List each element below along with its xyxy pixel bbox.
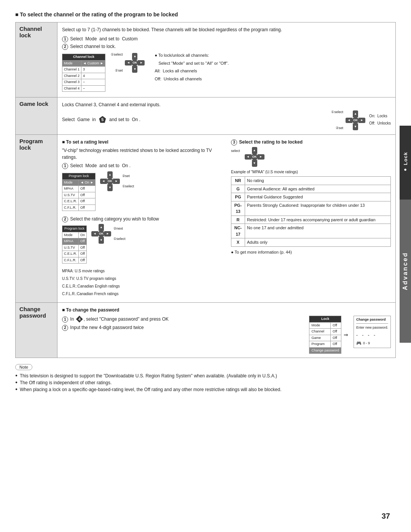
channel-lock-ui-table: Channel lock Mode◄ Custom ► Channel 13 C… bbox=[62, 54, 105, 92]
game-dpad-left: ◄ bbox=[346, 118, 352, 123]
note-items: This television is designed to support t… bbox=[15, 373, 377, 392]
game-lock-visual: Select Game in 5 and set to On . ①select… bbox=[62, 110, 391, 131]
prog1-dpad-left: ◄ bbox=[100, 179, 107, 184]
change-password-content: ■ To change the password 1 In 4, select … bbox=[57, 303, 396, 358]
game-select-annotation: ①select bbox=[331, 110, 343, 115]
game-lock-content: Locks Channel 3, Channel 4 and external … bbox=[57, 97, 396, 135]
prog1-set-ann: ②set bbox=[122, 174, 134, 179]
notes-section: Note This television is designed to supp… bbox=[15, 364, 377, 392]
page-number: 37 bbox=[382, 512, 390, 521]
rating-desc-g: General Audience: All ages admitted bbox=[245, 185, 391, 193]
lock-menu-table: Lock ModeOff ChannelOff GameOff ProgramO… bbox=[309, 316, 341, 354]
change-pw-step2: 2 Input the new 4-digit password twice bbox=[62, 324, 302, 331]
side-tabs: ● Lock Advanced bbox=[400, 126, 411, 343]
dpad-down: ▼ bbox=[132, 66, 137, 73]
lock-tab: ● Lock bbox=[400, 126, 411, 200]
pw-num-range: 0 - 9 bbox=[363, 341, 370, 346]
rating-code-r: R bbox=[231, 216, 245, 224]
password-panel: Change password Enter new password. - - … bbox=[354, 316, 391, 348]
rating-row-nr: NR No rating bbox=[231, 177, 391, 185]
pw-panel-header: Change password bbox=[356, 317, 388, 324]
rating-row-r: R Restricted: Under 17 requires accompan… bbox=[231, 216, 391, 224]
channel-lock-label: Channel lock bbox=[16, 22, 57, 97]
prog1-select-ann: ①select bbox=[122, 184, 134, 189]
prog1-dpad-ok: OK bbox=[107, 178, 113, 185]
channel-lock-desc: Select up to 7 (1-7) channels to be bloc… bbox=[62, 26, 391, 33]
channel-lock-sidenotes: ● To lock/unlock all channels: Select "M… bbox=[155, 52, 229, 83]
rating-code-nc17: NC-17 bbox=[231, 224, 245, 238]
program-lock-top: ■ To set a rating level "V-chip" technol… bbox=[62, 139, 391, 299]
program-lock-step1: 1 Select Mode and set to On . bbox=[62, 162, 222, 169]
prog1-dpad-right: ► bbox=[113, 179, 120, 184]
channel-lock-row: Channel lock Select up to 7 (1-7) channe… bbox=[16, 22, 396, 97]
note-item-1: This television is designed to support t… bbox=[20, 373, 377, 379]
prog2-dpad-left: ◄ bbox=[91, 231, 98, 236]
rating-row-x: X Adults only bbox=[231, 238, 391, 247]
change-pw-step1: 1 In 4, select "Change password" and pre… bbox=[62, 316, 302, 323]
prog2-dpad-right: ► bbox=[104, 231, 111, 236]
game-lock-label: Game lock bbox=[16, 97, 57, 135]
prog3-select-ann: select bbox=[231, 149, 240, 154]
program-lock-content: ■ To set a rating level "V-chip" technol… bbox=[57, 135, 396, 303]
prog1-dpad: ▲ ▼ ◄ ► OK bbox=[100, 171, 120, 191]
prog3-dpad-left: ◄ bbox=[245, 154, 252, 160]
channel-lock-visual: Channel lock Mode◄ Custom ► Channel 13 C… bbox=[62, 52, 391, 93]
change-pw-header: ■ To change the password bbox=[62, 307, 391, 313]
diamond-4: 4 bbox=[76, 316, 83, 323]
program-lock-right: 3 Select the rating to be locked select … bbox=[231, 139, 391, 257]
channel-lock-content: Select up to 7 (1-7) channels to be bloc… bbox=[57, 22, 396, 97]
prog3-dpad-right: ► bbox=[258, 154, 264, 160]
pw-step1-circle: 1 bbox=[62, 316, 68, 323]
rating-code-pg13: PG-13 bbox=[231, 201, 245, 216]
rating-code-g: G bbox=[231, 185, 245, 193]
prog3-dpad-ok: OK bbox=[251, 153, 258, 160]
prog1-dpad-up: ▲ bbox=[107, 171, 113, 178]
select-annotation: ①select bbox=[111, 52, 123, 58]
prog-step1-circle: 1 bbox=[62, 163, 68, 169]
game-dpad-ok: OK bbox=[352, 117, 359, 124]
channel-lock-ui: Channel lock Mode◄ Custom ► Channel 13 C… bbox=[62, 52, 105, 93]
prog-step2-circle: 2 bbox=[62, 216, 68, 222]
program-lock-subsec1-header: ■ To set a rating level bbox=[62, 139, 222, 145]
rating-table: NR No rating G General Audience: All age… bbox=[231, 176, 391, 247]
page-header: ■ To select the channel or the rating of… bbox=[15, 11, 396, 18]
prog-mock2-remote: ▲ ▼ ◄ ► OK ②next ①select bbox=[91, 224, 126, 244]
game-dpad-up: ▲ bbox=[353, 110, 358, 117]
set-annotation: ②set bbox=[115, 68, 123, 73]
prog2-dpad: ▲ ▼ ◄ ► OK bbox=[91, 224, 111, 244]
rating-desc-r: Restricted: Under 17 requires accompanyi… bbox=[245, 216, 391, 224]
channel-lock-remote: ①select ②set ▲ ▼ ◄ ► OK bbox=[111, 52, 145, 73]
rating-desc-pg13: Parents Strongly Cautioned: Inappropriat… bbox=[245, 201, 391, 216]
prog-step3-circle: 3 bbox=[231, 139, 237, 145]
program-lock-ui2: Program lock ModeOn MPAAOff U.S.TVOff C.… bbox=[62, 225, 87, 264]
arrow-right: ⇒ bbox=[344, 331, 348, 339]
rating-desc-pg: Parental Guidance Suggested bbox=[245, 193, 391, 201]
program-lock-left: ■ To set a rating level "V-chip" technol… bbox=[62, 139, 222, 299]
rating-row-nc17: NC-17 No one 17 and under admitted bbox=[231, 224, 391, 238]
prog3-dpad-up: ▲ bbox=[252, 147, 257, 154]
game-lock-instruction: Select Game in 5 and set to On . bbox=[62, 116, 328, 123]
rating-row-pg13: PG-13 Parents Strongly Cautioned: Inappr… bbox=[231, 201, 391, 216]
rating-desc-nr: No rating bbox=[245, 177, 391, 185]
prog3-dpad-down: ▼ bbox=[252, 160, 257, 167]
prog2-dpad-ok: OK bbox=[98, 230, 105, 237]
game-set-annotation: ②set bbox=[336, 126, 343, 131]
prog2-annotations: ②next ①select bbox=[113, 226, 126, 242]
dpad-right: ► bbox=[138, 60, 145, 66]
pw-num-row: 🎮 0 - 9 bbox=[356, 340, 388, 347]
game-dpad-remote: ▲ ▼ ◄ ► OK bbox=[346, 110, 365, 130]
pw-panel-label: Enter new password. bbox=[356, 325, 388, 331]
change-password-row: Change password ■ To change the password… bbox=[16, 303, 396, 358]
prog2-dpad-down: ▼ bbox=[99, 237, 104, 244]
prog2-next-ann: ②next bbox=[113, 226, 126, 232]
rating-row-pg: PG Parental Guidance Suggested bbox=[231, 193, 391, 201]
program-legend: MPAA: U.S movie ratings U.S.TV: U.S TV p… bbox=[62, 268, 222, 297]
prog-step3-header: 3 Select the rating to be locked bbox=[231, 139, 391, 145]
rating-desc-x: Adults only bbox=[245, 238, 391, 247]
channel-lock-step1: 1 Select Mode and set to Custom bbox=[62, 35, 391, 42]
prog1-annotations: ②set ①select bbox=[122, 174, 134, 189]
program-lock-ui1: Program lock Mode◄ On ► MPAAOff U.S.TVOf… bbox=[62, 173, 96, 211]
pw-dashes: - - - - bbox=[356, 332, 388, 339]
step1-circle: 1 bbox=[62, 36, 68, 42]
mpaa-example-label: Example of "MPAA" (U.S movie ratings) bbox=[231, 169, 391, 175]
